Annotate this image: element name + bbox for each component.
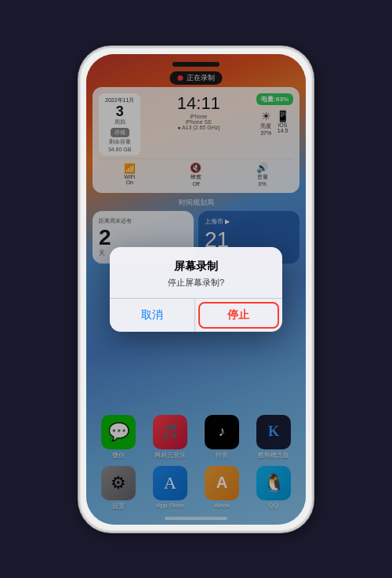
dialog-cancel-button[interactable]: 取消	[110, 299, 195, 332]
dialog-message: 停止屏幕录制?	[125, 277, 267, 289]
volume-up-button[interactable]	[78, 154, 80, 185]
phone-frame: 正在录制 2022年11月 3 周四 存储 剩余容量 34.60 GB	[78, 46, 314, 533]
dialog-content: 屏幕录制 停止屏幕录制?	[110, 247, 282, 298]
silent-button[interactable]	[78, 122, 80, 146]
dialog-box: 屏幕录制 停止屏幕录制? 取消 停止	[110, 247, 282, 332]
volume-down-button[interactable]	[78, 191, 80, 223]
screen: 正在录制 2022年11月 3 周四 存储 剩余容量 34.60 GB	[86, 54, 306, 525]
dialog-overlay: 屏幕录制 停止屏幕录制? 取消 停止	[86, 54, 306, 525]
phone-inner: 正在录制 2022年11月 3 周四 存储 剩余容量 34.60 GB	[86, 54, 306, 525]
dialog-stop-button[interactable]: 停止	[198, 302, 280, 329]
power-button[interactable]	[312, 142, 314, 185]
dialog-title: 屏幕录制	[125, 260, 267, 274]
dialog-buttons: 取消 停止	[110, 298, 282, 332]
